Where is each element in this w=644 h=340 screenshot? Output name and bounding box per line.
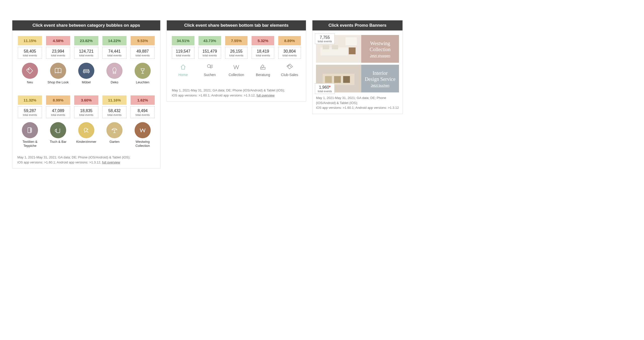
promo-cta-link[interactable]: Jetzt shoppen: [370, 54, 390, 58]
svg-point-23: [288, 66, 289, 66]
percentage-value: 11.15%: [18, 36, 42, 45]
events-count: 8,494: [131, 109, 154, 113]
category-item: 4.58% 23,994 total events Shop the Look: [46, 36, 70, 88]
percentage-value: 43.73%: [198, 36, 221, 45]
percentage-value: 1.62%: [131, 95, 155, 105]
category-item: 11.15% 58,405 total events Neu: [18, 36, 42, 88]
full-overview-link[interactable]: full overview: [102, 160, 120, 164]
events-count-box: 151,479 total events: [198, 47, 221, 59]
promo-list: 7,755 total events WestwingCollection Je…: [316, 35, 399, 92]
events-label: total events: [103, 54, 126, 57]
cup-icon[interactable]: [50, 122, 66, 138]
events-label: total events: [131, 113, 154, 116]
percentage-value: 11.32%: [18, 95, 42, 105]
home-icon[interactable]: [178, 62, 188, 72]
events-count: 23,994: [46, 49, 70, 54]
promo-cta-link[interactable]: Jetzt buchen: [371, 84, 389, 87]
textile-icon[interactable]: [22, 122, 38, 138]
tab-row: 34.51% 119,547 total events Home 43.73% …: [172, 36, 301, 77]
category-label: Garten: [109, 140, 119, 148]
svg-rect-27: [332, 45, 338, 49]
full-overview-link[interactable]: full overview: [257, 93, 275, 97]
footnote-line1: May 1, 2021-May 31, 2021; GA data; DE; P…: [316, 96, 386, 105]
footnote: May 1, 2021-May 31, 2021; GA data; DE; P…: [17, 155, 155, 165]
svg-rect-32: [325, 76, 332, 83]
promo-banner[interactable]: 1,960* total events InteriorDesign Servi…: [316, 65, 399, 92]
search-icon[interactable]: [205, 62, 215, 72]
footnote-line1: May 1, 2021-May 31, 2021; GA data; DE; P…: [17, 155, 130, 159]
tag-icon[interactable]: [22, 63, 38, 79]
events-count-box: 18,419 total events: [252, 47, 274, 59]
svg-rect-29: [345, 37, 357, 45]
card-header: Click events Promo Banners: [312, 20, 403, 30]
mirror-icon[interactable]: [106, 63, 123, 79]
events-count: 151,479: [199, 49, 221, 54]
card-body: 7,755 total events WestwingCollection Je…: [312, 30, 403, 114]
footnote-line2: iOS app versions: >1.60.1; Android app v…: [316, 106, 399, 110]
events-count-box: 74,441 total events: [102, 47, 127, 59]
events-label: total events: [46, 54, 70, 57]
events-count: 124,721: [74, 49, 98, 54]
card-body: 11.15% 58,405 total events Neu 4.58% 23,…: [12, 30, 160, 168]
tab-item: 5.32% 18,419 total events Beratung: [252, 36, 274, 77]
category-label: Textilien & Teppiche: [18, 140, 42, 148]
events-count-box: 49,887 total events: [131, 47, 155, 59]
card-promo-banners: Click events Promo Banners 7,755 total e…: [312, 20, 403, 114]
events-label: total events: [18, 54, 42, 57]
events-count: 47,089: [46, 109, 70, 113]
promo-title: WestwingCollection: [370, 40, 390, 52]
events-count: 59,287: [18, 109, 42, 113]
percentage-value: 5.32%: [252, 36, 274, 45]
events-count: 74,441: [103, 49, 126, 54]
events-label: total events: [131, 54, 154, 57]
footnote-line2-prefix: iOS app versions: >1.60.1; Android app v…: [17, 160, 102, 164]
events-count: 30,804: [278, 49, 301, 54]
events-label: total events: [18, 113, 42, 116]
events-label: total events: [318, 90, 332, 93]
events-label: total events: [74, 54, 98, 57]
category-row-2: 11.32% 59,287 total events Textilien & T…: [17, 95, 155, 148]
events-count: 26,155: [225, 49, 248, 54]
card-tabbar: Click event share between bottom tab bar…: [167, 20, 306, 101]
category-item: 11.32% 59,287 total events Textilien & T…: [18, 95, 42, 148]
promo-text-panel: WestwingCollection Jetzt shoppen: [361, 35, 399, 63]
percentage-value: 11.16%: [102, 95, 127, 105]
events-count-box: 26,155 total events: [225, 47, 248, 59]
tab-label: Club-Sales: [281, 73, 298, 77]
events-count: 58,432: [103, 109, 126, 113]
promo-banner[interactable]: 7,755 total events WestwingCollection Je…: [316, 35, 399, 63]
svg-point-0: [28, 69, 29, 70]
footnote: May 1, 2021-May 31, 2021; GA data; DE; P…: [316, 95, 399, 110]
card-header: Click event share between category bubbl…: [12, 20, 160, 30]
tags-icon[interactable]: [285, 62, 294, 72]
percentage-value: 7.55%: [225, 36, 248, 45]
lamp-icon[interactable]: [135, 63, 151, 79]
tab-label: Home: [178, 73, 188, 77]
events-count-box: 119,547 total events: [172, 47, 194, 59]
percentage-value: 34.51%: [172, 36, 194, 45]
card-body: 34.51% 119,547 total events Home 43.73% …: [167, 30, 306, 101]
swatch-icon[interactable]: [258, 62, 268, 72]
sofa-icon[interactable]: [78, 63, 94, 79]
category-label: Neu: [27, 80, 33, 88]
category-row-1: 11.15% 58,405 total events Neu 4.58% 23,…: [17, 36, 155, 88]
category-item: 8.99% 47,089 total events Tisch & Bar: [46, 95, 70, 148]
events-count: 1,960*: [318, 85, 332, 90]
events-label: total events: [252, 54, 274, 57]
horse-icon[interactable]: [78, 122, 94, 138]
w-icon[interactable]: [135, 122, 151, 138]
umbrella-icon[interactable]: [106, 122, 123, 138]
events-label: total events: [225, 54, 248, 57]
category-label: Tisch & Bar: [50, 140, 67, 148]
footnote-line1: May 1, 2021-May 31, 2021; GA data; DE; P…: [172, 88, 285, 92]
events-count-box: 58,405 total events: [18, 47, 42, 59]
footnote: May 1, 2021-May 31, 2021; GA data; DE; P…: [172, 88, 301, 98]
events-count-box: 30,804 total events: [278, 47, 301, 59]
book-icon[interactable]: [50, 63, 66, 79]
category-item: 11.16% 58,432 total events Garten: [102, 95, 127, 148]
percentage-value: 8.89%: [278, 36, 301, 45]
events-count: 49,887: [131, 49, 154, 54]
w-thin-icon[interactable]: [231, 62, 241, 72]
tab-item: 43.73% 151,479 total events Suchen: [198, 36, 221, 77]
category-item: 14.22% 74,441 total events Deko: [102, 36, 127, 88]
